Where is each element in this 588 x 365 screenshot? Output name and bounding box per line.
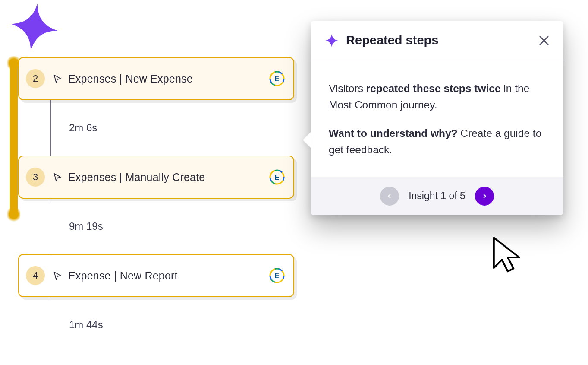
cursor-icon: [53, 271, 62, 280]
popover-text: Visitors: [329, 83, 366, 94]
popover-footer: Insight 1 of 5: [311, 177, 563, 215]
duration-label: 1m 44s: [69, 319, 103, 331]
next-insight-button[interactable]: [475, 187, 494, 206]
app-badge-icon: E: [269, 268, 285, 283]
sparkle-icon: [325, 34, 338, 47]
app-badge-icon: E: [269, 71, 285, 86]
svg-text:E: E: [275, 174, 280, 181]
mouse-cursor-icon: [490, 235, 526, 276]
step-label: Expense | New Report: [68, 270, 269, 282]
close-icon[interactable]: [538, 34, 550, 47]
step-number-badge: 3: [26, 168, 45, 187]
step-duration: 9m 19s: [18, 199, 301, 254]
svg-text:E: E: [275, 75, 280, 83]
chevron-left-icon: [386, 193, 393, 200]
popover-header: Repeated steps: [311, 21, 563, 60]
svg-text:E: E: [275, 272, 280, 279]
journey-timeline: 2 Expenses | New Expense E 2m 6s 3 Expen…: [8, 57, 301, 352]
popover-text-bold: repeated these steps twice: [366, 83, 501, 94]
popover-title: Repeated steps: [346, 33, 538, 48]
journey-step-card[interactable]: 3 Expenses | Manually Create E: [18, 156, 294, 199]
step-label: Expenses | New Expense: [68, 73, 269, 85]
step-number-badge: 4: [26, 266, 45, 285]
journey-step-card[interactable]: 2 Expenses | New Expense E: [18, 57, 294, 100]
chevron-right-icon: [481, 193, 488, 200]
popover-body: Visitors repeated these steps twice in t…: [311, 60, 563, 177]
step-duration: 2m 6s: [18, 100, 301, 156]
prev-insight-button[interactable]: [380, 187, 399, 206]
duration-label: 2m 6s: [69, 122, 97, 134]
sparkle-icon: [7, 0, 61, 54]
popover-tail: [303, 132, 311, 148]
step-label: Expenses | Manually Create: [68, 171, 269, 184]
highlight-rail: [10, 59, 18, 219]
journey-step-card[interactable]: 4 Expense | New Report E: [18, 254, 294, 297]
cursor-icon: [53, 172, 62, 182]
insight-popover: Repeated steps Visitors repeated these s…: [311, 21, 563, 215]
duration-label: 9m 19s: [69, 220, 103, 232]
insight-counter: Insight 1 of 5: [409, 190, 465, 202]
popover-text-bold: Want to understand why?: [329, 127, 458, 139]
cursor-icon: [53, 74, 62, 83]
step-duration: 1m 44s: [18, 297, 301, 352]
step-number-badge: 2: [26, 69, 45, 88]
app-badge-icon: E: [269, 169, 285, 185]
